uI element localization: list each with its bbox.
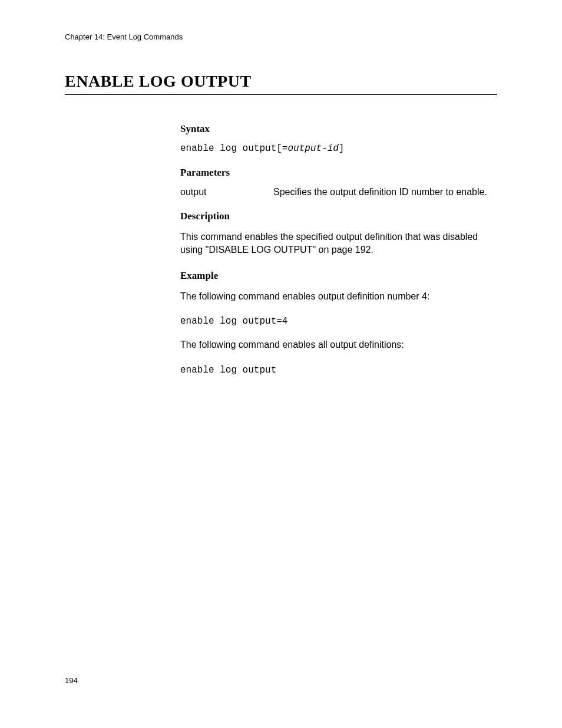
description-section: Description This command enables the spe…	[180, 210, 497, 257]
parameter-name: output	[180, 187, 273, 197]
page-title: ENABLE LOG OUTPUT	[65, 72, 497, 95]
syntax-code-suffix: ]	[339, 143, 345, 154]
description-text: This command enables the specified outpu…	[180, 230, 497, 257]
page-container: Chapter 14: Event Log Commands ENABLE LO…	[0, 0, 562, 375]
parameter-row: output Specifies the output definition I…	[180, 187, 497, 197]
example-section: Example The following command enables ou…	[180, 270, 497, 375]
example-intro-1: The following command enables output def…	[180, 290, 497, 303]
parameters-section: Parameters output Specifies the output d…	[180, 167, 497, 197]
example-heading: Example	[180, 270, 497, 282]
chapter-header: Chapter 14: Event Log Commands	[65, 32, 497, 41]
page-number: 194	[65, 676, 78, 685]
example-code-1: enable log output=4	[180, 316, 497, 327]
description-heading: Description	[180, 210, 497, 222]
parameters-heading: Parameters	[180, 167, 497, 179]
parameter-description: Specifies the output definition ID numbe…	[273, 187, 487, 197]
syntax-code-prefix: enable log output[=	[180, 143, 287, 154]
syntax-section: Syntax enable log output[=output-id]	[180, 123, 497, 154]
example-code-2: enable log output	[180, 365, 497, 375]
syntax-code: enable log output[=output-id]	[180, 143, 497, 154]
syntax-heading: Syntax	[180, 123, 497, 135]
example-intro-2: The following command enables all output…	[180, 338, 497, 351]
content-area: Syntax enable log output[=output-id] Par…	[65, 123, 497, 375]
syntax-code-variable: output-id	[287, 143, 338, 154]
